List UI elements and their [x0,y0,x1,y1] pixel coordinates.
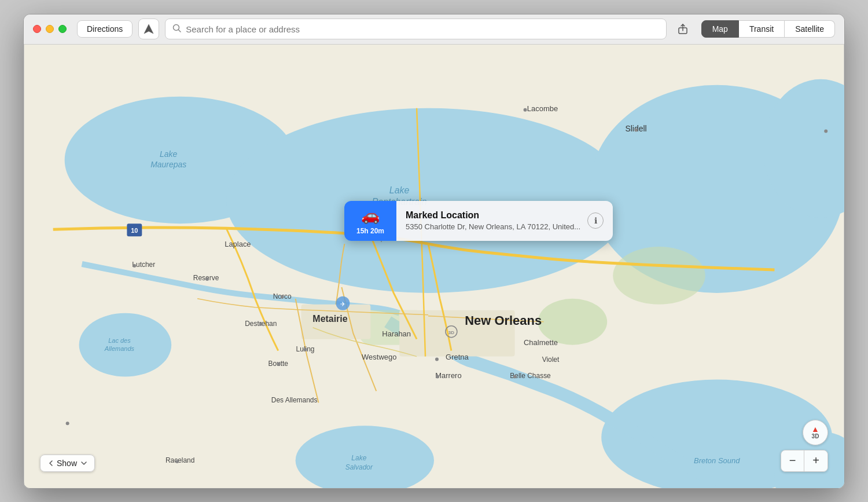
tab-map[interactable]: Map [701,20,739,38]
svg-point-59 [277,362,281,365]
svg-line-2 [179,30,181,32]
current-location-button[interactable] [138,19,159,39]
svg-point-66 [634,128,638,131]
svg-point-61 [435,357,439,361]
show-chevron-down-icon [80,461,87,466]
svg-text:Lac des: Lac des [108,336,131,343]
svg-text:Laplace: Laplace [225,240,251,248]
svg-point-15 [613,247,705,305]
location-popup: 🚗 15h 20m Marked Location 5350 Charlotte… [344,201,613,241]
zoom-controls: − + [781,450,828,472]
popup-info-card: Marked Location 5350 Charlotte Dr, New O… [396,201,613,241]
svg-text:3D: 3D [448,329,454,335]
svg-text:Maurepas: Maurepas [150,160,186,169]
show-dropdown-button[interactable]: Show [40,455,95,472]
svg-text:Allemands: Allemands [104,345,135,351]
svg-point-7 [226,108,630,292]
show-dropdown-container: Show [40,455,95,472]
svg-text:Des Allemands: Des Allemands [271,396,318,404]
svg-text:Violet: Violet [542,355,560,363]
popup-title: Marked Location [406,210,580,221]
svg-point-60 [304,347,307,351]
search-icon [172,24,181,34]
svg-point-62 [436,375,439,378]
map-container[interactable]: 10 ✈ 3D New Orleans Metairie Harahan Wes… [24,45,844,488]
svg-text:Harahan: Harahan [382,329,411,338]
svg-point-56 [281,295,284,298]
zoom-out-button[interactable]: − [781,450,804,471]
svg-text:Raceland: Raceland [165,456,195,464]
3d-compass-button[interactable]: ▲ 3D [803,420,828,445]
svg-text:Metairie: Metairie [312,313,347,323]
traffic-lights [33,25,67,33]
popup-details: Marked Location 5350 Charlotte Dr, New O… [406,210,580,231]
svg-point-57 [259,322,263,325]
map-view-tabs: Map Transit Satellite [701,20,835,38]
svg-text:✈: ✈ [340,300,345,307]
share-icon [677,23,689,35]
map-background: 10 ✈ 3D New Orleans Metairie Harahan Wes… [24,45,844,488]
svg-text:Chalmette: Chalmette [524,338,558,346]
svg-point-64 [175,460,179,463]
maximize-button[interactable] [58,25,67,33]
svg-text:10: 10 [131,227,138,234]
svg-point-63 [513,375,517,378]
map-controls: ▲ 3D − + [781,420,828,472]
titlebar: Directions Map Transit [24,14,844,45]
show-chevron-left-icon [49,460,53,467]
svg-point-65 [66,422,69,425]
location-arrow-icon [144,24,154,34]
svg-text:Lake: Lake [160,149,177,159]
maps-window: Directions Map Transit [23,14,845,489]
svg-text:Marrero: Marrero [435,371,461,380]
3d-label: 3D [812,434,819,439]
compass-north-arrow: ▲ [811,425,819,433]
svg-text:Lake: Lake [389,185,410,195]
svg-point-54 [133,264,136,268]
svg-text:Lacombe: Lacombe [527,104,558,112]
tab-transit[interactable]: Transit [739,20,785,38]
svg-point-55 [205,277,209,280]
svg-text:New Orleans: New Orleans [465,313,542,327]
popup-duration: 15h 20m [356,227,384,235]
svg-text:Breton Sound: Breton Sound [694,456,740,465]
svg-text:Salvador: Salvador [345,463,373,471]
show-label: Show [57,459,77,468]
svg-marker-0 [144,24,153,34]
popup-info-button[interactable]: ℹ [587,212,604,229]
directions-button[interactable]: Directions [77,20,133,38]
car-icon: 🚗 [361,207,380,225]
svg-text:Westwego: Westwego [362,352,396,361]
popup-duration-card: 🚗 15h 20m [344,201,396,241]
search-bar [165,19,666,39]
minimize-button[interactable] [46,25,54,33]
close-button[interactable] [33,25,41,33]
popup-address: 5350 Charlotte Dr, New Orleans, LA 70122… [406,222,580,231]
zoom-in-button[interactable]: + [804,450,827,471]
svg-text:Lake: Lake [351,454,366,462]
share-button[interactable] [672,19,693,39]
search-input[interactable] [186,24,659,34]
tab-satellite[interactable]: Satellite [785,20,835,38]
svg-point-67 [824,129,827,133]
svg-text:Gretna: Gretna [446,352,469,361]
svg-point-58 [524,108,527,111]
